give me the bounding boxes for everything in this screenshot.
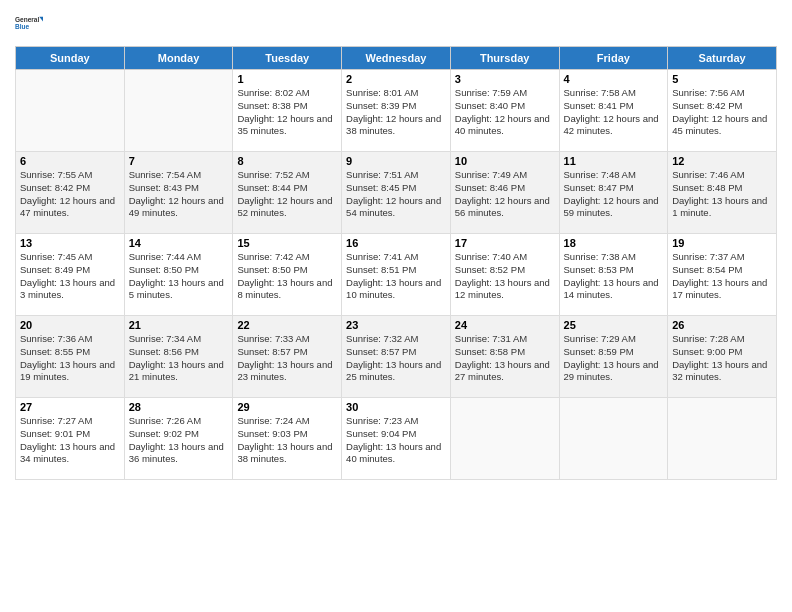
calendar-cell — [450, 398, 559, 480]
calendar-cell: 1Sunrise: 8:02 AMSunset: 8:38 PMDaylight… — [233, 70, 342, 152]
day-info: Sunrise: 7:37 AMSunset: 8:54 PMDaylight:… — [672, 251, 772, 302]
day-number: 18 — [564, 237, 664, 249]
day-info: Sunrise: 7:54 AMSunset: 8:43 PMDaylight:… — [129, 169, 229, 220]
day-number: 29 — [237, 401, 337, 413]
calendar-cell: 7Sunrise: 7:54 AMSunset: 8:43 PMDaylight… — [124, 152, 233, 234]
day-number: 15 — [237, 237, 337, 249]
calendar-cell: 9Sunrise: 7:51 AMSunset: 8:45 PMDaylight… — [342, 152, 451, 234]
day-number: 4 — [564, 73, 664, 85]
calendar-cell: 25Sunrise: 7:29 AMSunset: 8:59 PMDayligh… — [559, 316, 668, 398]
day-number: 2 — [346, 73, 446, 85]
day-number: 11 — [564, 155, 664, 167]
day-info: Sunrise: 7:55 AMSunset: 8:42 PMDaylight:… — [20, 169, 120, 220]
calendar-cell: 20Sunrise: 7:36 AMSunset: 8:55 PMDayligh… — [16, 316, 125, 398]
calendar-cell: 3Sunrise: 7:59 AMSunset: 8:40 PMDaylight… — [450, 70, 559, 152]
calendar-cell: 19Sunrise: 7:37 AMSunset: 8:54 PMDayligh… — [668, 234, 777, 316]
calendar-cell: 5Sunrise: 7:56 AMSunset: 8:42 PMDaylight… — [668, 70, 777, 152]
day-number: 23 — [346, 319, 446, 331]
day-number: 8 — [237, 155, 337, 167]
day-info: Sunrise: 7:56 AMSunset: 8:42 PMDaylight:… — [672, 87, 772, 138]
day-number: 14 — [129, 237, 229, 249]
day-number: 24 — [455, 319, 555, 331]
day-info: Sunrise: 7:27 AMSunset: 9:01 PMDaylight:… — [20, 415, 120, 466]
header-wednesday: Wednesday — [342, 47, 451, 70]
calendar-cell: 13Sunrise: 7:45 AMSunset: 8:49 PMDayligh… — [16, 234, 125, 316]
day-info: Sunrise: 7:31 AMSunset: 8:58 PMDaylight:… — [455, 333, 555, 384]
page-header: General Blue — [15, 10, 777, 38]
day-number: 10 — [455, 155, 555, 167]
day-info: Sunrise: 7:23 AMSunset: 9:04 PMDaylight:… — [346, 415, 446, 466]
header-saturday: Saturday — [668, 47, 777, 70]
svg-text:Blue: Blue — [15, 23, 29, 30]
day-info: Sunrise: 7:51 AMSunset: 8:45 PMDaylight:… — [346, 169, 446, 220]
day-info: Sunrise: 7:34 AMSunset: 8:56 PMDaylight:… — [129, 333, 229, 384]
day-number: 20 — [20, 319, 120, 331]
day-number: 17 — [455, 237, 555, 249]
calendar-header-row: SundayMondayTuesdayWednesdayThursdayFrid… — [16, 47, 777, 70]
calendar-cell: 17Sunrise: 7:40 AMSunset: 8:52 PMDayligh… — [450, 234, 559, 316]
calendar-cell: 21Sunrise: 7:34 AMSunset: 8:56 PMDayligh… — [124, 316, 233, 398]
calendar-cell: 18Sunrise: 7:38 AMSunset: 8:53 PMDayligh… — [559, 234, 668, 316]
day-info: Sunrise: 7:59 AMSunset: 8:40 PMDaylight:… — [455, 87, 555, 138]
week-row-4: 20Sunrise: 7:36 AMSunset: 8:55 PMDayligh… — [16, 316, 777, 398]
svg-marker-2 — [39, 17, 43, 22]
day-info: Sunrise: 7:24 AMSunset: 9:03 PMDaylight:… — [237, 415, 337, 466]
day-number: 25 — [564, 319, 664, 331]
calendar-cell: 27Sunrise: 7:27 AMSunset: 9:01 PMDayligh… — [16, 398, 125, 480]
day-number: 12 — [672, 155, 772, 167]
day-info: Sunrise: 7:26 AMSunset: 9:02 PMDaylight:… — [129, 415, 229, 466]
day-number: 28 — [129, 401, 229, 413]
calendar-cell — [668, 398, 777, 480]
day-number: 22 — [237, 319, 337, 331]
day-info: Sunrise: 7:28 AMSunset: 9:00 PMDaylight:… — [672, 333, 772, 384]
day-number: 7 — [129, 155, 229, 167]
calendar-cell: 22Sunrise: 7:33 AMSunset: 8:57 PMDayligh… — [233, 316, 342, 398]
day-info: Sunrise: 7:32 AMSunset: 8:57 PMDaylight:… — [346, 333, 446, 384]
day-info: Sunrise: 7:45 AMSunset: 8:49 PMDaylight:… — [20, 251, 120, 302]
day-info: Sunrise: 7:48 AMSunset: 8:47 PMDaylight:… — [564, 169, 664, 220]
calendar-cell: 10Sunrise: 7:49 AMSunset: 8:46 PMDayligh… — [450, 152, 559, 234]
calendar-cell: 30Sunrise: 7:23 AMSunset: 9:04 PMDayligh… — [342, 398, 451, 480]
calendar-cell: 2Sunrise: 8:01 AMSunset: 8:39 PMDaylight… — [342, 70, 451, 152]
day-number: 21 — [129, 319, 229, 331]
day-info: Sunrise: 7:38 AMSunset: 8:53 PMDaylight:… — [564, 251, 664, 302]
day-number: 27 — [20, 401, 120, 413]
day-number: 13 — [20, 237, 120, 249]
day-number: 6 — [20, 155, 120, 167]
calendar-cell: 11Sunrise: 7:48 AMSunset: 8:47 PMDayligh… — [559, 152, 668, 234]
header-sunday: Sunday — [16, 47, 125, 70]
week-row-3: 13Sunrise: 7:45 AMSunset: 8:49 PMDayligh… — [16, 234, 777, 316]
header-thursday: Thursday — [450, 47, 559, 70]
calendar-cell: 23Sunrise: 7:32 AMSunset: 8:57 PMDayligh… — [342, 316, 451, 398]
day-number: 26 — [672, 319, 772, 331]
day-info: Sunrise: 8:02 AMSunset: 8:38 PMDaylight:… — [237, 87, 337, 138]
day-info: Sunrise: 7:33 AMSunset: 8:57 PMDaylight:… — [237, 333, 337, 384]
calendar-cell: 8Sunrise: 7:52 AMSunset: 8:44 PMDaylight… — [233, 152, 342, 234]
day-number: 1 — [237, 73, 337, 85]
day-info: Sunrise: 7:42 AMSunset: 8:50 PMDaylight:… — [237, 251, 337, 302]
calendar-cell — [124, 70, 233, 152]
day-number: 3 — [455, 73, 555, 85]
calendar-cell — [559, 398, 668, 480]
calendar-cell: 16Sunrise: 7:41 AMSunset: 8:51 PMDayligh… — [342, 234, 451, 316]
day-info: Sunrise: 7:44 AMSunset: 8:50 PMDaylight:… — [129, 251, 229, 302]
day-info: Sunrise: 7:49 AMSunset: 8:46 PMDaylight:… — [455, 169, 555, 220]
day-number: 9 — [346, 155, 446, 167]
day-info: Sunrise: 7:29 AMSunset: 8:59 PMDaylight:… — [564, 333, 664, 384]
day-info: Sunrise: 7:36 AMSunset: 8:55 PMDaylight:… — [20, 333, 120, 384]
day-number: 19 — [672, 237, 772, 249]
day-number: 5 — [672, 73, 772, 85]
day-number: 16 — [346, 237, 446, 249]
week-row-5: 27Sunrise: 7:27 AMSunset: 9:01 PMDayligh… — [16, 398, 777, 480]
calendar-cell: 15Sunrise: 7:42 AMSunset: 8:50 PMDayligh… — [233, 234, 342, 316]
calendar-cell: 28Sunrise: 7:26 AMSunset: 9:02 PMDayligh… — [124, 398, 233, 480]
calendar-cell: 4Sunrise: 7:58 AMSunset: 8:41 PMDaylight… — [559, 70, 668, 152]
calendar-cell: 24Sunrise: 7:31 AMSunset: 8:58 PMDayligh… — [450, 316, 559, 398]
calendar-cell: 29Sunrise: 7:24 AMSunset: 9:03 PMDayligh… — [233, 398, 342, 480]
calendar-table: SundayMondayTuesdayWednesdayThursdayFrid… — [15, 46, 777, 480]
logo-svg: General Blue — [15, 10, 43, 38]
calendar-cell: 12Sunrise: 7:46 AMSunset: 8:48 PMDayligh… — [668, 152, 777, 234]
week-row-2: 6Sunrise: 7:55 AMSunset: 8:42 PMDaylight… — [16, 152, 777, 234]
week-row-1: 1Sunrise: 8:02 AMSunset: 8:38 PMDaylight… — [16, 70, 777, 152]
day-info: Sunrise: 7:58 AMSunset: 8:41 PMDaylight:… — [564, 87, 664, 138]
